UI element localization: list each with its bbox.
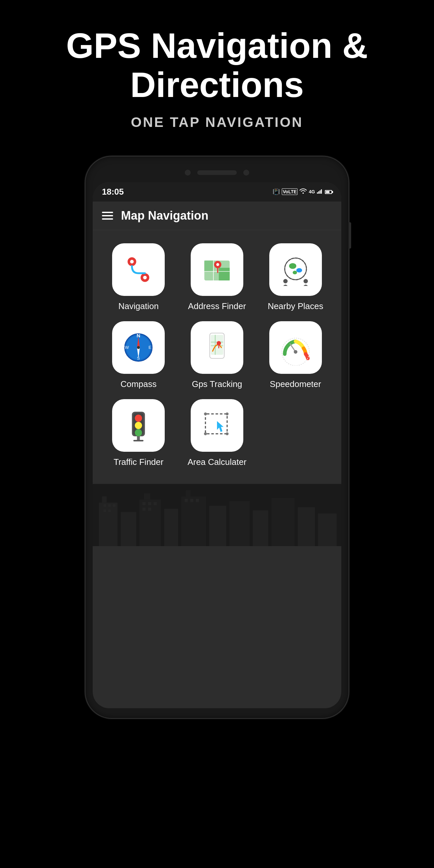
svg-rect-62 xyxy=(209,506,226,546)
svg-point-49 xyxy=(225,412,228,415)
svg-rect-67 xyxy=(318,513,337,546)
svg-point-5 xyxy=(130,260,134,264)
traffic-finder-label: Traffic Finder xyxy=(114,457,163,467)
grid-item-nearby-places[interactable]: Nearby Places xyxy=(259,243,332,311)
svg-text:E: E xyxy=(149,345,152,350)
gps-icon-box xyxy=(191,321,243,374)
svg-rect-9 xyxy=(204,260,213,271)
svg-rect-65 xyxy=(271,498,294,546)
network-icon: 4G xyxy=(309,189,315,194)
svg-point-36 xyxy=(217,341,221,345)
svg-point-51 xyxy=(225,432,228,435)
camera-dot-right xyxy=(243,169,249,176)
phone-screen: 18:05 📳 VoLTE 4G xyxy=(93,182,341,708)
svg-rect-78 xyxy=(185,499,188,502)
grid-item-area-calculater[interactable]: Area Calculater xyxy=(181,399,253,467)
speedometer-label: Speedometer xyxy=(270,379,321,389)
svg-rect-66 xyxy=(298,507,315,546)
svg-rect-3 xyxy=(321,189,322,194)
status-bar: 18:05 📳 VoLTE 4G xyxy=(93,182,341,202)
svg-rect-69 xyxy=(108,504,111,507)
svg-point-18 xyxy=(292,271,297,274)
svg-point-43 xyxy=(135,422,142,429)
svg-rect-77 xyxy=(148,507,151,510)
grid-item-speedometer[interactable]: Speedometer xyxy=(259,321,332,389)
grid-item-gps-tracking[interactable]: Gps Tracking xyxy=(181,321,253,389)
svg-rect-46 xyxy=(133,440,144,441)
main-title: GPS Navigation & Directions xyxy=(13,26,421,104)
svg-rect-60 xyxy=(181,496,206,546)
svg-point-39 xyxy=(293,350,297,353)
svg-rect-68 xyxy=(103,504,106,507)
svg-point-14 xyxy=(216,263,219,266)
phone-frame: 18:05 📳 VoLTE 4G xyxy=(86,156,348,718)
navigation-icon-box xyxy=(112,243,165,296)
svg-rect-76 xyxy=(143,507,145,510)
svg-rect-72 xyxy=(108,509,111,512)
grid-item-compass[interactable]: N S W E Compass xyxy=(102,321,175,389)
svg-rect-0 xyxy=(317,192,318,194)
svg-rect-2 xyxy=(319,190,320,194)
address-icon-box xyxy=(191,243,243,296)
svg-rect-57 xyxy=(140,499,161,546)
nearby-places-label: Nearby Places xyxy=(268,301,323,311)
svg-marker-52 xyxy=(217,421,224,432)
svg-rect-64 xyxy=(253,510,268,546)
svg-point-44 xyxy=(135,429,142,436)
signal-icon xyxy=(317,188,323,195)
svg-point-21 xyxy=(304,279,308,283)
svg-point-42 xyxy=(135,414,142,422)
svg-rect-47 xyxy=(206,414,227,434)
address-finder-label: Address Finder xyxy=(188,301,246,311)
navigation-label: Navigation xyxy=(118,301,159,311)
svg-point-16 xyxy=(289,263,296,269)
svg-rect-70 xyxy=(113,504,115,507)
feature-grid: Navigation xyxy=(93,230,341,480)
grid-item-navigation[interactable]: Navigation xyxy=(102,243,175,311)
svg-rect-80 xyxy=(196,499,199,502)
traffic-icon-box xyxy=(112,399,165,452)
speedometer-icon-box xyxy=(269,321,322,374)
svg-rect-10 xyxy=(219,268,229,280)
status-time: 18:05 xyxy=(102,187,124,197)
svg-point-50 xyxy=(204,432,207,435)
svg-rect-54 xyxy=(99,502,118,546)
header-section: GPS Navigation & Directions ONE TAP NAVI… xyxy=(0,0,434,143)
phone-top-bar xyxy=(93,166,341,182)
grid-item-address-finder[interactable]: Address Finder xyxy=(181,243,253,311)
volte-icon: VoLTE xyxy=(282,188,298,195)
speaker-grille xyxy=(197,170,237,175)
svg-text:W: W xyxy=(125,345,129,350)
svg-rect-55 xyxy=(102,496,106,502)
app-header: Map Navigation xyxy=(93,202,341,230)
compass-icon-box: N S W E xyxy=(112,321,165,374)
battery-icon xyxy=(325,188,332,195)
svg-rect-56 xyxy=(121,512,136,546)
city-silhouette xyxy=(93,480,341,546)
svg-rect-58 xyxy=(144,493,150,499)
svg-point-30 xyxy=(137,346,140,349)
svg-point-17 xyxy=(296,268,302,272)
phone-outer: 18:05 📳 VoLTE 4G xyxy=(86,156,348,718)
wifi-icon xyxy=(300,188,307,195)
svg-point-7 xyxy=(143,276,147,279)
area-calculater-label: Area Calculater xyxy=(187,457,246,467)
svg-rect-61 xyxy=(186,490,191,496)
app-header-title: Map Navigation xyxy=(121,209,209,223)
grid-item-traffic-finder[interactable]: Traffic Finder xyxy=(102,399,175,467)
area-icon-box xyxy=(191,399,243,452)
gps-tracking-label: Gps Tracking xyxy=(192,379,242,389)
svg-rect-74 xyxy=(148,502,151,505)
hamburger-menu[interactable] xyxy=(102,212,113,220)
nearby-icon-box xyxy=(269,243,322,296)
svg-rect-59 xyxy=(164,508,178,546)
svg-point-48 xyxy=(204,412,207,415)
svg-rect-79 xyxy=(190,499,193,502)
status-icons: 📳 VoLTE 4G xyxy=(273,188,332,195)
svg-rect-63 xyxy=(229,501,250,546)
subtitle: ONE TAP NAVIGATION xyxy=(13,115,421,130)
svg-rect-71 xyxy=(103,509,106,512)
svg-rect-1 xyxy=(318,191,319,194)
svg-rect-73 xyxy=(143,502,145,505)
vibrate-icon: 📳 xyxy=(273,188,280,195)
